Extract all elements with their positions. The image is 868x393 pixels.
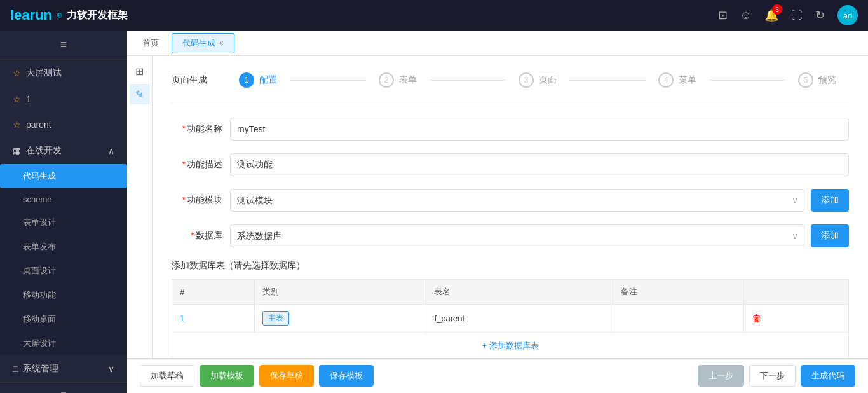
database-add-button[interactable]: 添加 bbox=[811, 224, 849, 247]
gen-code-button[interactable]: 生成代码 bbox=[801, 365, 855, 387]
sidebar-item-big-screen-design[interactable]: 大屏设计 bbox=[0, 331, 127, 355]
form-group-database: *数据库 系统数据库 ∨ 添加 bbox=[172, 224, 849, 247]
wizard-title: 页面生成 bbox=[172, 74, 207, 86]
sidebar-group-header-online-dev[interactable]: ▦ 在线开发 ∧ bbox=[0, 137, 127, 164]
col-type: 类别 bbox=[255, 280, 426, 305]
sidebar-item-big-screen-test[interactable]: ☆ 大屏测试 bbox=[0, 60, 127, 86]
sidebar-item-form-publish[interactable]: 表单发布 bbox=[0, 235, 127, 259]
func-desc-label: *功能描述 bbox=[172, 159, 222, 170]
func-module-select[interactable]: 测试模块 bbox=[230, 189, 804, 212]
database-label: *数据库 bbox=[172, 230, 222, 242]
sidebar-item-label: parent bbox=[26, 120, 51, 130]
sidebar-group-header-sys-admin[interactable]: □ 系统管理 ∨ bbox=[0, 355, 127, 382]
col-table-name: 表名 bbox=[426, 280, 613, 305]
icon-panel-edit[interactable]: ✎ bbox=[130, 84, 150, 104]
add-table-row-button[interactable]: + 添加数据库表 bbox=[172, 333, 849, 358]
step-divider-3 bbox=[569, 80, 646, 81]
wizard-step-1[interactable]: 1 配置 bbox=[226, 69, 290, 92]
func-module-label: *功能模块 bbox=[172, 195, 222, 206]
load-template-button[interactable]: 加载模板 bbox=[200, 365, 254, 387]
table-section-title: 添加数据库表（请先选择数据库） bbox=[172, 260, 849, 272]
tab-code-gen[interactable]: 代码生成 × bbox=[172, 33, 234, 53]
step-circle-2: 2 bbox=[379, 72, 394, 88]
fullscreen-icon[interactable]: ⛶ bbox=[791, 9, 803, 22]
sidebar-item-parent[interactable]: ☆ parent bbox=[0, 112, 127, 137]
func-desc-input[interactable] bbox=[230, 153, 849, 176]
content-area: 首页 代码生成 × ⊞ ✎ 页面生成 1 配置 bbox=[127, 31, 868, 393]
chevron-down-icon: ∨ bbox=[108, 364, 114, 374]
star-icon: ☆ bbox=[13, 94, 21, 104]
wizard-step-3[interactable]: 3 页面 bbox=[506, 69, 569, 92]
table-row: 1 主表 f_parent 🗑 bbox=[172, 305, 849, 333]
func-module-add-button[interactable]: 添加 bbox=[811, 189, 849, 212]
form-group-func-module: *功能模块 测试模块 ∨ 添加 bbox=[172, 189, 849, 212]
step-label-2: 表单 bbox=[399, 74, 417, 86]
col-remark: 备注 bbox=[613, 280, 743, 305]
wizard-steps: 页面生成 1 配置 2 表单 3 页面 bbox=[172, 69, 849, 102]
data-table: # 类别 表名 备注 1 主表 bbox=[172, 279, 849, 333]
tabs-bar: 首页 代码生成 × bbox=[127, 31, 868, 56]
table-section: 添加数据库表（请先选择数据库） # 类别 表名 备注 bbox=[172, 260, 849, 358]
func-name-input[interactable] bbox=[230, 118, 849, 141]
sidebar-item-form-design[interactable]: 表单设计 bbox=[0, 210, 127, 235]
tab-home[interactable]: 首页 bbox=[132, 34, 169, 53]
load-draft-button[interactable]: 加载草稿 bbox=[140, 365, 194, 387]
step-divider-1 bbox=[290, 80, 366, 81]
notification-icon[interactable]: 🔔 3 bbox=[764, 8, 778, 22]
tab-close-code-gen[interactable]: × bbox=[219, 39, 224, 48]
form-group-func-name: *功能名称 bbox=[172, 118, 849, 141]
header: learun ® 力软开发框架 ⊡ ☺ 🔔 3 ⛶ ↻ ad bbox=[0, 0, 868, 31]
wizard-step-4[interactable]: 4 菜单 bbox=[646, 69, 709, 92]
avatar[interactable]: ad bbox=[837, 5, 858, 25]
sidebar-group-label: 系统管理 bbox=[23, 363, 58, 375]
sidebar-group-sys-admin: □ 系统管理 ∨ bbox=[0, 355, 127, 382]
logo-learun: learun bbox=[10, 7, 52, 24]
sidebar-group-online-dev: ▦ 在线开发 ∧ 代码生成 scheme 表单设计 表单发布 桌面设计 移动功能… bbox=[0, 137, 127, 355]
sys-icon: □ bbox=[13, 364, 18, 374]
func-name-label: *功能名称 bbox=[172, 123, 222, 135]
prev-button: 上一步 bbox=[698, 365, 744, 387]
table-header-row: # 类别 表名 备注 bbox=[172, 280, 849, 305]
sidebar-item-desktop-design[interactable]: 桌面设计 bbox=[0, 259, 127, 283]
icon-panel: ⊞ ✎ bbox=[127, 56, 153, 358]
wizard-step-5[interactable]: 5 预览 bbox=[785, 69, 849, 92]
step-divider-2 bbox=[430, 80, 506, 81]
step-label-3: 页面 bbox=[539, 74, 557, 86]
sidebar-toggle[interactable]: ≡ bbox=[0, 31, 127, 60]
footer-left: 加载草稿 加载模板 保存草稿 保存模板 bbox=[140, 365, 374, 387]
form-area: 页面生成 1 配置 2 表单 3 页面 bbox=[153, 56, 868, 358]
next-button[interactable]: 下一步 bbox=[749, 365, 796, 387]
sidebar-group-children-online-dev: 代码生成 scheme 表单设计 表单发布 桌面设计 移动功能 移动桌面 大屏设… bbox=[0, 164, 127, 355]
sidebar-item-scheme[interactable]: scheme bbox=[0, 188, 127, 210]
icon-panel-grid[interactable]: ⊞ bbox=[130, 61, 150, 81]
step-circle-4: 4 bbox=[658, 72, 674, 88]
sidebar-bottom: ≡ bbox=[0, 382, 127, 393]
step-circle-1: 1 bbox=[239, 72, 254, 88]
step-label-5: 预览 bbox=[818, 74, 836, 86]
col-action bbox=[743, 280, 848, 305]
cell-action: 🗑 bbox=[743, 305, 848, 333]
star-icon: ☆ bbox=[13, 120, 21, 130]
database-select[interactable]: 系统数据库 bbox=[230, 224, 804, 247]
sidebar-item-mobile-desktop[interactable]: 移动桌面 bbox=[0, 307, 127, 331]
footer-bar: 加载草稿 加载模板 保存草稿 保存模板 上一步 下一步 生成代码 bbox=[127, 358, 868, 393]
emoji-icon[interactable]: ☺ bbox=[740, 9, 752, 22]
sidebar-item-1[interactable]: ☆ 1 bbox=[0, 86, 127, 112]
func-module-select-wrap: 测试模块 ∨ bbox=[230, 189, 804, 212]
tag-main: 主表 bbox=[262, 311, 289, 326]
save-template-button[interactable]: 保存模板 bbox=[319, 365, 374, 387]
sidebar-item-code-gen[interactable]: 代码生成 bbox=[0, 164, 127, 188]
step-label-4: 菜单 bbox=[679, 74, 696, 86]
collapse-icon[interactable]: ≡ bbox=[60, 389, 66, 393]
sidebar-item-mobile-func[interactable]: 移动功能 bbox=[0, 283, 127, 307]
header-icons: ⊡ ☺ 🔔 3 ⛶ ↻ ad bbox=[718, 5, 858, 25]
logo-title: 力软开发框架 bbox=[67, 9, 128, 22]
refresh-icon[interactable]: ↻ bbox=[815, 8, 825, 22]
step-divider-4 bbox=[709, 80, 785, 81]
delete-row-button[interactable]: 🗑 bbox=[752, 313, 762, 324]
wizard-step-2[interactable]: 2 表单 bbox=[366, 69, 430, 92]
save-draft-button[interactable]: 保存草稿 bbox=[259, 365, 314, 387]
screen-icon[interactable]: ⊡ bbox=[718, 8, 728, 22]
cell-type: 主表 bbox=[255, 305, 426, 333]
footer-right: 上一步 下一步 生成代码 bbox=[698, 365, 855, 387]
